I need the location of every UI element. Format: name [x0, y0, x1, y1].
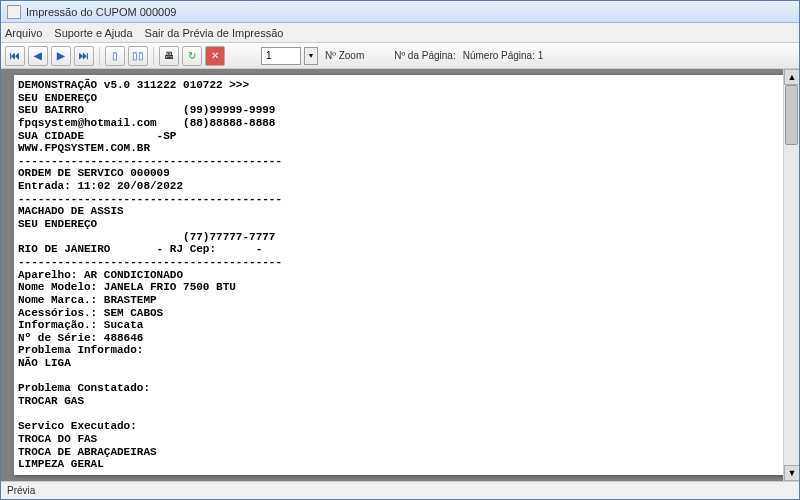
refresh-button[interactable]: ↻ — [182, 46, 202, 66]
page-number: Número Página: 1 — [463, 50, 544, 61]
receipt-body: DEMONSTRAÇÃO v5.0 311222 010722 >>> SEU … — [14, 75, 786, 475]
nav-prev-button[interactable]: ◀ — [28, 46, 48, 66]
nav-first-button[interactable]: ⏮ — [5, 46, 25, 66]
titlebar: Impressão do CUPOM 000009 — [1, 1, 799, 23]
print-button[interactable]: 🖶 — [159, 46, 179, 66]
zoom-dropdown[interactable]: ▾ — [304, 47, 318, 65]
window-icon — [7, 5, 21, 19]
window-title: Impressão do CUPOM 000009 — [26, 6, 176, 18]
nav-last-button[interactable]: ⏭ — [74, 46, 94, 66]
menubar: Arquivo Suporte e Ajuda Sair da Prévia d… — [1, 23, 799, 43]
nav-next-button[interactable]: ▶ — [51, 46, 71, 66]
preview-area: DEMONSTRAÇÃO v5.0 311222 010722 >>> SEU … — [1, 69, 799, 481]
toolbar: ⏮ ◀ ▶ ⏭ ▯ ▯▯ 🖶 ↻ ✕ 1 ▾ Nº Zoom Nº da Pág… — [1, 43, 799, 69]
scroll-thumb[interactable] — [785, 85, 798, 145]
page-multi-button[interactable]: ▯▯ — [128, 46, 148, 66]
zoom-label: Nº Zoom — [325, 50, 364, 61]
menu-file[interactable]: Arquivo — [5, 27, 42, 39]
separator — [153, 47, 154, 65]
statusbar: Prévia — [1, 481, 799, 499]
close-button[interactable]: ✕ — [205, 46, 225, 66]
menu-help[interactable]: Suporte e Ajuda — [54, 27, 132, 39]
separator — [99, 47, 100, 65]
vertical-scrollbar[interactable]: ▲ ▼ — [783, 69, 799, 481]
scroll-up-button[interactable]: ▲ — [784, 69, 799, 85]
menu-exit[interactable]: Sair da Prévia de Impressão — [145, 27, 284, 39]
page-single-button[interactable]: ▯ — [105, 46, 125, 66]
page-label: Nº da Página: — [394, 50, 455, 61]
page-canvas: DEMONSTRAÇÃO v5.0 311222 010722 >>> SEU … — [14, 75, 786, 475]
zoom-input[interactable]: 1 — [261, 47, 301, 65]
scroll-down-button[interactable]: ▼ — [784, 465, 799, 481]
print-preview-window: Impressão do CUPOM 000009 Arquivo Suport… — [0, 0, 800, 500]
status-text: Prévia — [7, 485, 35, 496]
